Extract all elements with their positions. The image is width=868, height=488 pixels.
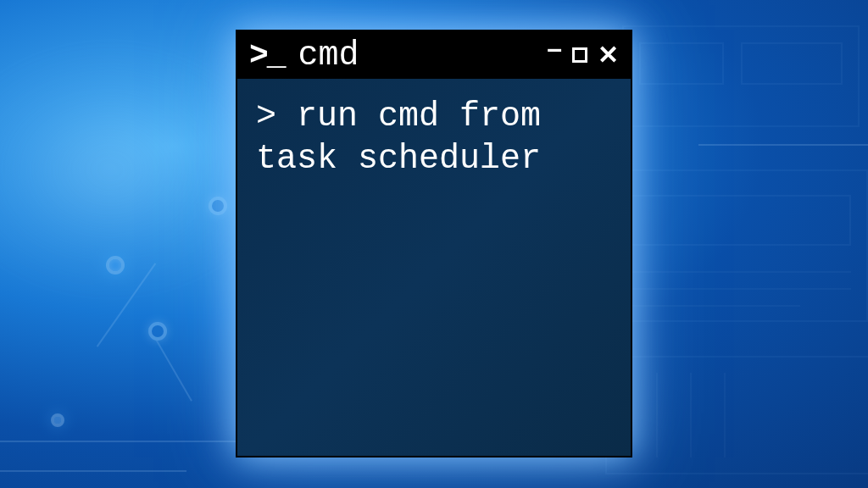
terminal-prompt-icon: >_ (249, 37, 285, 74)
minimize-button[interactable]: – (547, 35, 562, 62)
maximize-button[interactable] (572, 47, 587, 63)
command-prompt-symbol: > (256, 97, 297, 136)
window-title: cmd (298, 36, 548, 75)
command-text: run cmd from task scheduler (256, 97, 561, 178)
window-controls: – ✕ (547, 42, 619, 69)
titlebar[interactable]: >_ cmd – ✕ (237, 31, 631, 79)
terminal-window: >_ cmd – ✕ > run cmd from task scheduler (236, 30, 632, 458)
close-button[interactable]: ✕ (598, 42, 619, 68)
command-line: > run cmd from task scheduler (256, 96, 612, 180)
terminal-body[interactable]: > run cmd from task scheduler (237, 79, 631, 456)
